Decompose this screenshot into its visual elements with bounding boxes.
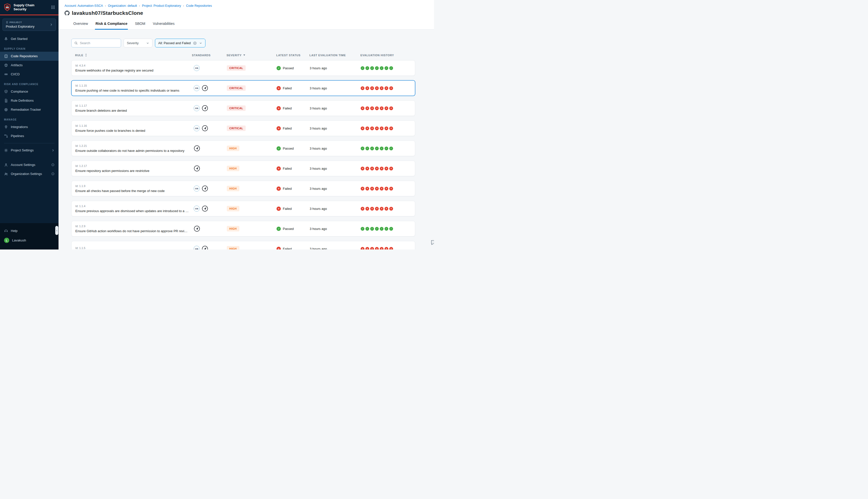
sidebar-item-organization-settings[interactable]: Organization Settings [0,169,59,179]
table-row[interactable]: Id: 1.2.17 Ensure repository action perm… [71,161,415,176]
history-pass-icon: ✓ [370,227,374,231]
rule-cell: Id: 1.1.4 Ensure previous approvals are … [72,205,192,213]
table-row[interactable]: Id: 1.1.17 Ensure branch deletions are d… [71,100,415,116]
sidebar-item-code-repositories[interactable]: Code Repositories [0,52,59,61]
package-icon [4,63,8,67]
table-row[interactable]: Id: 1.2.9 Ensure GitHub action workflows… [71,221,415,236]
sidebar-item-label: Get Started [11,37,27,41]
evaluation-history: ✕✕✕✕✕✕✕ [361,126,415,130]
table-row[interactable]: Id: 1.2.21 Ensure outside collaborators … [71,141,415,156]
rule-id: Id: 1.2.21 [75,144,192,147]
breadcrumb-organization[interactable]: Organization: default [108,4,137,8]
plug-icon [4,125,8,129]
status-cell: ✕ Failed [277,167,310,171]
standards-cell: CIS [192,105,227,111]
table-row[interactable]: Id: 1.1.5 CIS HIGH ✕ Failed 3 hours ago … [71,241,415,250]
history-fail-icon: ✕ [375,167,379,170]
gear-icon [4,148,8,153]
sidebar-item-help[interactable]: Help [0,226,59,235]
evaluation-history: ✓✓✓✓✓✓✓ [361,66,415,70]
scorecard-standard-icon [194,145,200,151]
rule-cell: Id: 1.1.17 Ensure branch deletions are d… [72,104,192,112]
rule-id: Id: 1.2.17 [75,165,192,168]
severity-filter-dropdown[interactable]: Severity [123,39,153,47]
sidebar-item-label: Rule Definitions [11,99,34,102]
sidebar-item-remediation-tracker[interactable]: Remediation Tracker [0,105,59,114]
breadcrumb-code-repositories[interactable]: Code Repositories [186,4,212,8]
app-logo-row: Supply Chain Security [0,0,59,15]
sort-icon[interactable] [85,53,87,57]
search-input[interactable] [80,41,118,45]
history-fail-icon: ✕ [370,247,374,250]
sidebar-item-integrations[interactable]: Integrations [0,122,59,132]
tab-risk-compliance[interactable]: Risk & Compliance [95,19,128,29]
project-selector[interactable]: PROJECT Product Exploratory [2,19,56,31]
history-fail-icon: ✕ [385,86,388,90]
status-label: Failed [283,167,292,170]
standards-cell: CIS [192,85,227,92]
severity-badge: CRITICAL [227,85,246,91]
status-label: Failed [283,107,292,110]
tab-sbom[interactable]: SBOM [134,19,146,29]
sidebar: Supply Chain Security PROJECT Product Ex… [0,0,59,250]
cis-standard-icon: CIS [194,185,200,192]
page-title: lavakush07/StarbucksClone [72,10,143,16]
rule-name: Ensure force pushes code to branches is … [75,129,192,133]
history-fail-icon: ✕ [375,126,379,130]
clear-filter-icon[interactable] [193,41,197,45]
sidebar-item-pipelines[interactable]: Pipelines [0,132,59,141]
sidebar-item-cicd[interactable]: CI/CD [0,70,59,79]
history-fail-icon: ✕ [385,247,388,250]
history-fail-icon: ✕ [365,86,369,90]
sort-desc-icon[interactable] [243,54,245,56]
apps-grid-icon[interactable] [51,5,55,9]
evaluation-time: 3 hours ago [310,66,361,70]
sidebar-item-compliance[interactable]: Compliance [0,87,59,96]
table-row[interactable]: Id: 1.1.15 Ensure pushing of new code is… [71,80,415,96]
history-fail-icon: ✕ [385,107,388,110]
history-fail-icon: ✕ [370,167,374,170]
sidebar-footer: Help L Lavakush [0,223,59,250]
status-label: Passed [283,227,293,231]
breadcrumb-project[interactable]: Project: Product Exploratory [142,4,181,8]
rule-name: Ensure previous approvals are dismissed … [75,209,192,213]
headset-icon [4,229,8,233]
history-fail-icon: ✕ [375,187,379,191]
table-row[interactable]: Id: 1.1.4 Ensure previous approvals are … [71,201,415,216]
user-name: Lavakush [12,239,26,242]
breadcrumb-separator: › [183,4,184,8]
app-title: Supply Chain Security [14,3,41,12]
history-pass-icon: ✓ [385,147,388,150]
sidebar-collapse-handle[interactable]: ‹ [55,226,58,235]
status-cell: ✕ Failed [277,106,310,110]
status-label: Passed [283,147,293,150]
breadcrumb-account[interactable]: Account: Automation-SSCA [64,4,103,8]
history-fail-icon: ✕ [389,86,393,90]
info-icon[interactable] [51,163,55,167]
status-filter-dropdown[interactable]: All: Passed and Failed [155,39,205,47]
table-row[interactable]: Id: 1.1.9 Ensure all checks have passed … [71,181,415,196]
sidebar-item-artifacts[interactable]: Artifacts [0,61,59,70]
rule-cell: Id: 1.2.21 Ensure outside collaborators … [72,144,192,153]
history-pass-icon: ✓ [370,147,374,150]
evaluation-history: ✕✕✕✕✕✕✕ [361,207,415,210]
sidebar-item-account-settings[interactable]: Account Settings [0,160,59,169]
sidebar-item-project-settings[interactable]: Project Settings [0,146,59,155]
organization-settings-icon [4,172,8,176]
infinity-icon [4,72,8,76]
table-row[interactable]: Id: 4.3.4 Ensure webhooks of the package… [71,60,415,76]
sidebar-item-get-started[interactable]: Get Started [0,34,59,44]
severity-cell: CRITICAL [227,65,277,71]
history-pass-icon: ✓ [370,66,374,70]
tab-vulnerabilities[interactable]: Vulnerabilities [152,19,175,29]
sidebar-item-rule-definitions[interactable]: Rule Definitions [0,96,59,105]
table-row[interactable]: Id: 1.1.16 Ensure force pushes code to b… [71,121,415,136]
rule-id: Id: 1.1.15 [75,84,192,87]
history-fail-icon: ✕ [365,167,369,170]
rule-id: Id: 4.3.4 [75,64,192,67]
chat-bubble-icon[interactable] [430,239,434,246]
tracker-target-icon [4,108,8,112]
info-icon[interactable] [51,172,55,175]
user-menu[interactable]: L Lavakush [0,235,59,245]
tab-overview[interactable]: Overview [73,19,88,29]
